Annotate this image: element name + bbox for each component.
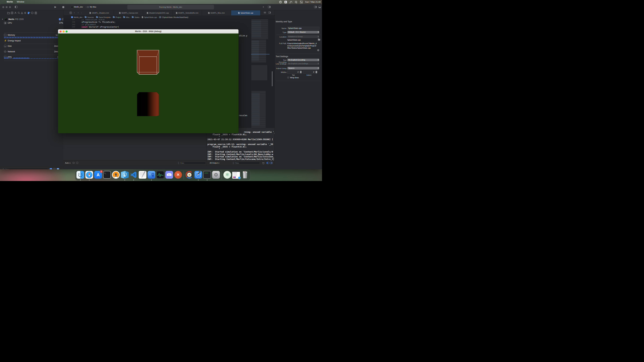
forward-icon[interactable]: › [78, 11, 78, 14]
tab-gfxmtl-vertexbuffer[interactable]: GfxMTL_VertexBuffer.mm [172, 10, 202, 15]
location-dropdown[interactable]: Relative to Group▲▼ [287, 35, 319, 38]
control-center-icon[interactable] [300, 1, 302, 3]
breadcrumb-item[interactable]: CSplashState::RenderStateData() [162, 16, 188, 18]
menu-window[interactable]: Window [17, 1, 24, 3]
list-view-icon[interactable] [264, 12, 266, 14]
sidebar-toggle-icon[interactable] [15, 6, 18, 8]
game-viewport[interactable] [58, 33, 238, 133]
app-menu-merlin[interactable]: Merlin [7, 1, 13, 3]
clear-console-trash-icon[interactable] [262, 162, 264, 164]
view-mode-toggle-icon[interactable] [53, 168, 56, 169]
filter-flag-toggle-icon[interactable] [57, 168, 59, 169]
dock-item-terminal[interactable]: ›_ [103, 170, 111, 180]
breadcrumb-item[interactable]: Sources [88, 16, 94, 18]
eye-icon[interactable] [72, 162, 75, 164]
dock-item-app-store[interactable]: A1 [94, 170, 102, 180]
run-button[interactable]: ▶ [54, 5, 56, 8]
editor-layout-icon[interactable] [268, 6, 270, 8]
editor-scrollbar[interactable] [272, 71, 272, 86]
minimize-button[interactable] [6, 6, 8, 8]
variables-view-mode[interactable]: Auto▲▼ [65, 162, 70, 164]
gauge-row-energy[interactable]: ⚡ Energy Impact [0, 39, 64, 42]
breadcrumb-item[interactable]: SplashState.cpp [144, 16, 157, 18]
open-folder-icon[interactable] [318, 39, 320, 40]
show-running-toggle-icon[interactable] [50, 168, 52, 169]
spotlight-icon[interactable] [295, 1, 297, 3]
console-pane-toggle-icon[interactable] [270, 162, 272, 164]
dock-item-vscode[interactable] [130, 170, 138, 180]
dock-item-trash[interactable] [241, 170, 249, 180]
dock-item-discord[interactable] [165, 170, 173, 180]
split-editor-icon[interactable] [268, 11, 271, 13]
navigator-filter-field[interactable]: Filter [1, 168, 48, 169]
gauge-row-network[interactable]: Network Zero KB/s [0, 50, 64, 53]
dock-item-remote-desktop[interactable] [121, 170, 129, 180]
destination-selector[interactable]: My Mac [90, 6, 96, 8]
process-row[interactable]: ▼ Merlin PID 1509 [0, 17, 64, 21]
stop-button[interactable] [62, 6, 64, 8]
gauge-row-memory[interactable]: Memory 1,13 GB [0, 33, 64, 37]
zoom-button[interactable] [9, 6, 11, 8]
add-editor-plus-icon[interactable]: + [263, 5, 264, 8]
tab-gfxmtl-shaders[interactable]: GfxMTL_Shaders.mm [85, 10, 114, 15]
dock-item-system-preferences[interactable]: ⚙ [212, 170, 220, 180]
game-close-button[interactable] [60, 30, 62, 32]
inspector-toggle-icon[interactable] [314, 6, 317, 8]
bottombar-toggle-icon[interactable] [318, 6, 321, 8]
jump-arrow-icon[interactable]: ➔ [317, 49, 319, 51]
disclosure-chevron-icon[interactable]: ▼ [2, 18, 3, 20]
minimap[interactable] [251, 19, 272, 128]
info-icon[interactable]: i [76, 162, 78, 164]
openvpn-icon[interactable] [279, 1, 282, 3]
tab-gfxmtl-canvas[interactable]: GfxMTL_Canvas.mm [114, 10, 144, 15]
wrap-lines-checkbox[interactable] [287, 77, 289, 78]
breadcrumb-item[interactable]: Project [116, 16, 121, 18]
dock-item-x-app[interactable]: ✕ [174, 170, 182, 180]
game-minimize-button[interactable] [62, 30, 64, 32]
dock-item-organizer[interactable] [148, 170, 155, 180]
dock-item-exec[interactable]: exec [203, 170, 211, 180]
dock-item-sync-utility[interactable] [186, 170, 193, 180]
dock-item-textedit[interactable] [139, 170, 146, 180]
variables-pane-toggle-icon[interactable] [267, 162, 269, 164]
navigator-tab-strip[interactable] [7, 11, 37, 14]
variables-filter-field[interactable]: Filter [176, 162, 206, 164]
input-source-icon[interactable]: A [284, 1, 287, 3]
indent-width-stepper[interactable]: ▲▼ [316, 71, 317, 73]
tab-overflow-icon[interactable]: › [81, 12, 82, 14]
gauge-row-disk[interactable]: Disk Zero KB/s [0, 44, 64, 48]
merlin-game-window[interactable]: Merlin - OSX - 64bit (debug) [58, 29, 238, 133]
game-zoom-button[interactable] [66, 30, 68, 32]
indent-width-field[interactable]: 2 [303, 71, 315, 73]
tab-gfxmtl-misc[interactable]: GfxMTL_Misc.mm [202, 10, 231, 15]
tab-width-field[interactable]: 2 [287, 71, 299, 73]
back-icon[interactable]: ‹ [74, 11, 75, 14]
console-filter-field[interactable]: Filter [232, 162, 260, 164]
wifi-icon[interactable] [290, 1, 292, 3]
game-window-titlebar[interactable]: Merlin - OSX - 64bit (debug) [58, 29, 238, 33]
dock-item-activity-monitor[interactable] [156, 170, 164, 180]
dock-item-xcode[interactable]: A [194, 170, 202, 180]
breadcrumb-item[interactable]: GameTemplate [99, 16, 111, 18]
dock-item-finder[interactable] [76, 170, 84, 180]
dock-item-safari[interactable] [85, 170, 93, 180]
dock-item-atom[interactable]: ⚛ [224, 170, 231, 180]
type-dropdown[interactable]: Default - C++ Source▲▼ [287, 31, 319, 33]
console-output-mode[interactable]: All Output▲▼ [210, 162, 219, 164]
scheme-selector[interactable]: Merlin_dev [74, 6, 83, 8]
menu-clock[interactable]: Sun 7 Mar 21:40 [305, 1, 321, 3]
breadcrumb-item[interactable]: Merlin_dev [74, 16, 82, 18]
line-endings-dropdown[interactable]: No Explicit Line Endings▲▼ [287, 62, 319, 65]
breadcrumb-item[interactable]: States [134, 16, 140, 18]
gauge-row-cpu[interactable]: CPU 37% [0, 21, 64, 25]
name-field[interactable]: SplashState.cpp [287, 27, 319, 29]
dock-item-minimized-window[interactable] [232, 170, 240, 180]
indent-using-dropdown[interactable]: Spaces▲▼ [287, 67, 319, 69]
close-button[interactable] [2, 6, 4, 8]
tab-shadercompilerdxc[interactable]: ShaderCompilerDXC.cpp [143, 10, 172, 15]
tab-splashstate-active[interactable]: SplashState.cpp [231, 10, 260, 15]
tab-overview-icon[interactable] [70, 12, 72, 14]
breadcrumb-item[interactable]: Misc [126, 16, 130, 18]
tab-width-stepper[interactable]: ▲▼ [300, 71, 302, 73]
encoding-dropdown[interactable]: No Explicit Encoding▲▼ [287, 59, 319, 61]
